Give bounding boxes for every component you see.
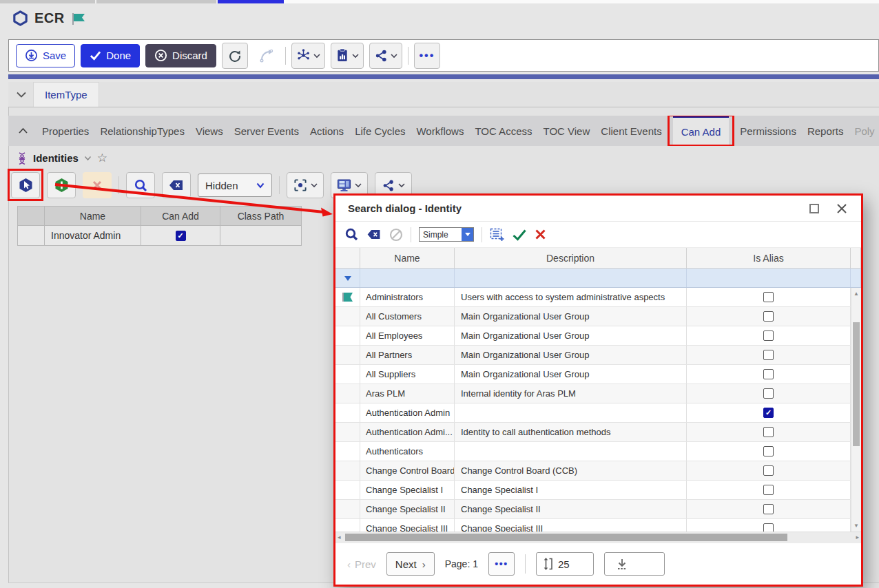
- dialog-row[interactable]: All PartnersMain Organizational User Gro…: [335, 346, 861, 365]
- discard-button[interactable]: Discard: [145, 44, 216, 67]
- is-alias-checkbox[interactable]: [763, 446, 774, 456]
- dialog-row[interactable]: Change Specialist IIChange Specialist II: [335, 500, 861, 519]
- refresh-button[interactable]: [222, 43, 248, 69]
- scroll-up-arrow-icon[interactable]: ▲: [851, 291, 861, 297]
- select-items-button[interactable]: [11, 172, 40, 198]
- tab-can-add-active[interactable]: Can Add: [673, 116, 730, 146]
- tab-reports[interactable]: Reports: [807, 116, 844, 146]
- row-selector-cell[interactable]: [17, 226, 45, 246]
- is-alias-checkbox[interactable]: [763, 408, 774, 418]
- save-button[interactable]: Save: [16, 44, 75, 67]
- dialog-row[interactable]: Change Control BoardChange Control Board…: [335, 461, 861, 481]
- vertical-scrollbar[interactable]: ▲ ▼: [851, 288, 861, 532]
- share-dropdown-button[interactable]: [369, 43, 402, 69]
- backspace-icon: [169, 180, 184, 191]
- app-logo-hexagon-icon: [12, 10, 28, 26]
- chevron-down-icon[interactable]: [84, 156, 92, 161]
- tab-life-cycles[interactable]: Life Cycles: [355, 116, 405, 146]
- dialog-row[interactable]: AdministratorsUsers with access to syste…: [335, 288, 861, 307]
- is-alias-checkbox[interactable]: [763, 369, 774, 379]
- tab-views[interactable]: Views: [196, 116, 223, 146]
- is-alias-checkbox[interactable]: [763, 504, 774, 514]
- row-icon-cell: [335, 481, 360, 499]
- scroll-right-arrow-icon[interactable]: ▸: [856, 534, 859, 540]
- maximize-button[interactable]: [807, 202, 821, 216]
- is-alias-checkbox[interactable]: [763, 330, 774, 341]
- filter-is-alias-input[interactable]: [687, 269, 851, 287]
- dialog-clear-button[interactable]: [366, 229, 382, 240]
- chevron-up-icon[interactable]: [18, 127, 28, 134]
- dialog-row[interactable]: Change Specialist IChange Specialist I: [335, 481, 861, 500]
- scroll-left-arrow-icon[interactable]: ◂: [338, 534, 341, 540]
- dialog-titlebar: Search dialog - Identity: [335, 196, 861, 222]
- tab-relationshiptypes[interactable]: RelationshipTypes: [100, 116, 185, 146]
- identities-grid-row[interactable]: Innovator Admin: [17, 226, 302, 246]
- dialog-row[interactable]: Change Specialist IIIChange Specialist I…: [335, 519, 861, 532]
- tab-toc-access[interactable]: TOC Access: [475, 116, 532, 146]
- export-download-button[interactable]: [604, 552, 665, 576]
- done-button[interactable]: Done: [81, 44, 140, 67]
- tab-client-events[interactable]: Client Events: [601, 116, 661, 146]
- horizontal-scrollbar-thumb[interactable]: [345, 534, 787, 541]
- column-header-class-path[interactable]: Class Path: [220, 206, 302, 226]
- column-header-can-add[interactable]: Can Add: [141, 206, 220, 226]
- is-alias-checkbox[interactable]: [763, 427, 774, 437]
- clear-search-button[interactable]: [162, 172, 191, 198]
- is-alias-checkbox[interactable]: [763, 388, 774, 399]
- can-add-checkbox[interactable]: [176, 231, 186, 241]
- hidden-view-dropdown[interactable]: Hidden: [198, 174, 272, 197]
- tab-properties[interactable]: Properties: [42, 116, 89, 146]
- column-header-description[interactable]: Description: [455, 248, 687, 268]
- cancel-selection-button[interactable]: [535, 229, 546, 240]
- chevron-down-icon[interactable]: [17, 92, 26, 98]
- x-icon: [535, 229, 546, 240]
- horizontal-scrollbar[interactable]: ◂ ▸: [335, 532, 861, 543]
- filter-name-input[interactable]: [360, 269, 455, 287]
- add-item-button[interactable]: [47, 172, 76, 198]
- more-actions-button[interactable]: •••: [414, 43, 440, 69]
- add-criteria-button[interactable]: [490, 228, 504, 242]
- is-alias-checkbox[interactable]: [763, 465, 774, 476]
- is-alias-checkbox[interactable]: [763, 350, 774, 360]
- is-alias-checkbox[interactable]: [763, 523, 774, 532]
- dialog-row[interactable]: All CustomersMain Organizational User Gr…: [335, 307, 861, 326]
- scroll-down-arrow-icon[interactable]: ▼: [851, 523, 861, 529]
- focus-view-dropdown-button[interactable]: [287, 172, 324, 198]
- more-pages-button[interactable]: •••: [488, 552, 515, 576]
- column-header-is-alias[interactable]: Is Alias: [687, 248, 851, 268]
- dialog-row[interactable]: Authenticators: [335, 442, 861, 461]
- dialog-row[interactable]: Authentication Admi...Identity to call a…: [335, 423, 861, 442]
- run-search-button[interactable]: [126, 172, 155, 198]
- dialog-row[interactable]: Aras PLMInternal identity for Aras PLM: [335, 384, 861, 403]
- is-alias-checkbox[interactable]: [763, 485, 774, 495]
- column-header-name[interactable]: Name: [45, 206, 141, 226]
- close-dialog-button[interactable]: [835, 202, 849, 216]
- dialog-search-button[interactable]: [344, 227, 359, 242]
- icon-column-header: [335, 248, 360, 268]
- impact-analysis-dropdown-button[interactable]: [291, 43, 325, 69]
- vertical-scrollbar-thumb[interactable]: [853, 322, 860, 446]
- tab-permissions[interactable]: Permissions: [740, 116, 796, 146]
- filter-menu-cell[interactable]: [335, 269, 360, 287]
- next-page-button[interactable]: Next ›: [386, 552, 435, 576]
- reports-dropdown-button[interactable]: [331, 43, 364, 69]
- tab-poly-clipped[interactable]: Poly: [854, 116, 874, 146]
- filter-description-input[interactable]: [455, 269, 687, 287]
- tab-toc-view[interactable]: TOC View: [543, 116, 590, 146]
- tab-workflows[interactable]: Workflows: [416, 116, 464, 146]
- dialog-row[interactable]: All SuppliersMain Organizational User Gr…: [335, 365, 861, 384]
- monitor-grid-icon: [337, 178, 351, 192]
- focus-target-icon: [293, 178, 307, 192]
- page-size-control[interactable]: 25: [536, 552, 594, 576]
- dialog-row[interactable]: All EmployeesMain Organizational User Gr…: [335, 326, 861, 346]
- confirm-selection-button[interactable]: [512, 229, 527, 241]
- favorite-star-icon[interactable]: ☆: [97, 151, 107, 165]
- dialog-row[interactable]: Authentication Admin: [335, 403, 861, 423]
- itemtype-tab[interactable]: ItemType: [33, 82, 99, 107]
- tab-actions[interactable]: Actions: [310, 116, 344, 146]
- column-header-name[interactable]: Name: [360, 248, 455, 268]
- search-mode-select[interactable]: Simple: [419, 227, 474, 242]
- tab-server-events[interactable]: Server Events: [234, 116, 299, 146]
- is-alias-checkbox[interactable]: [763, 292, 774, 302]
- is-alias-checkbox[interactable]: [763, 311, 774, 322]
